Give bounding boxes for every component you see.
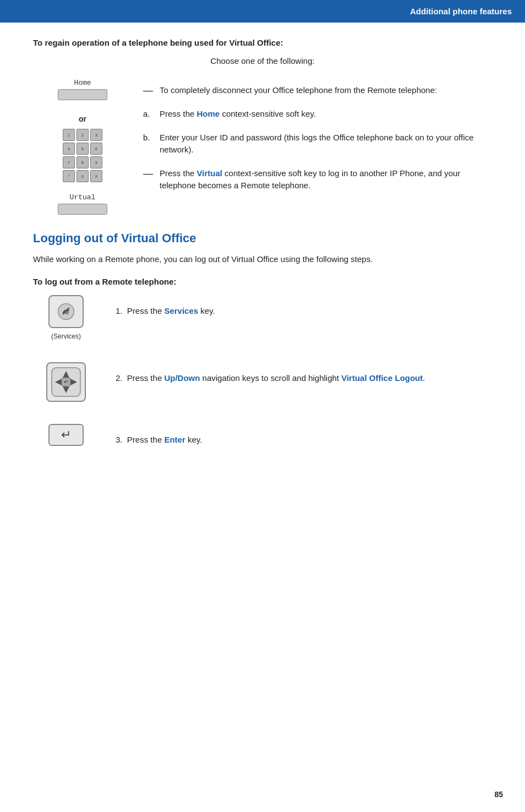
step-a: a. Press the Home context-sensitive soft… bbox=[143, 108, 492, 121]
phone-images: Home or 1 2 3 4 5 6 7 8 9 * 0 # Urtual bbox=[33, 79, 132, 215]
services-key-icon bbox=[48, 295, 84, 328]
updown-highlight: Up/Down bbox=[164, 373, 200, 383]
step3-text: 3. Press the Enter key. bbox=[116, 424, 492, 446]
key-2: 2 bbox=[76, 129, 89, 141]
nav-icon-area: ↵ bbox=[33, 362, 99, 402]
services-text-highlight: Services bbox=[164, 306, 198, 315]
step-text-b: Enter your User ID and password (this lo… bbox=[160, 132, 492, 156]
step-b: b. Enter your User ID and password (this… bbox=[143, 132, 492, 156]
services-icon-area: (Services) bbox=[33, 295, 99, 340]
step-text-virtual: Press the Virtual context-sensitive soft… bbox=[160, 167, 492, 192]
section1-heading: To regain operation of a telephone being… bbox=[33, 38, 492, 47]
key-8: 8 bbox=[76, 156, 89, 168]
page-number: 85 bbox=[494, 790, 503, 799]
key-4: 4 bbox=[63, 143, 75, 155]
virtual-button-image bbox=[58, 204, 107, 215]
home-button-image bbox=[58, 89, 107, 100]
section2-subheading: To log out from a Remote telephone: bbox=[33, 277, 492, 286]
section2-title: Logging out of Virtual Office bbox=[33, 231, 492, 246]
vo-logout-highlight: Virtual Office Logout bbox=[341, 373, 423, 383]
step1-text: 1. Press the Services key. bbox=[116, 295, 492, 318]
virtual-label: Urtual bbox=[70, 193, 96, 201]
step2-text: 2. Press the Up/Down navigation keys to … bbox=[116, 362, 492, 385]
choose-text: Choose one of the following: bbox=[33, 56, 492, 66]
key-hash: # bbox=[90, 170, 102, 182]
steps-list: — To completely disconnect your Office t… bbox=[143, 79, 492, 215]
enter-key-icon: ↵ bbox=[48, 424, 84, 446]
instruction-row-2: ↵ 2. Press the Up/Down navigation keys t… bbox=[33, 362, 492, 402]
section2-body: While working on a Remote phone, you can… bbox=[33, 253, 492, 266]
key-1: 1 bbox=[63, 129, 75, 141]
nav-key-icon: ↵ bbox=[46, 362, 86, 402]
step-marker-b: b. bbox=[143, 132, 153, 156]
key-0: 0 bbox=[76, 170, 89, 182]
phone-steps-area: Home or 1 2 3 4 5 6 7 8 9 * 0 # Urtual bbox=[33, 79, 492, 215]
step-disconnect: — To completely disconnect your Office t… bbox=[143, 84, 492, 97]
services-svg bbox=[56, 302, 76, 321]
step-dash-1: — bbox=[143, 84, 153, 97]
key-3: 3 bbox=[90, 129, 102, 141]
home-label: Home bbox=[74, 79, 91, 87]
instruction-row-3: ↵ 3. Press the Enter key. bbox=[33, 424, 492, 446]
main-content: To regain operation of a telephone being… bbox=[0, 23, 525, 501]
header-bar: Additional phone features bbox=[0, 0, 525, 23]
svg-point-1 bbox=[65, 311, 68, 314]
enter-highlight: Enter bbox=[164, 435, 185, 444]
step-dash-2: — bbox=[143, 167, 153, 192]
enter-icon-area: ↵ bbox=[33, 424, 99, 446]
step-virtual: — Press the Virtual context-sensitive so… bbox=[143, 167, 492, 192]
services-icon-label: (Services) bbox=[51, 333, 81, 340]
key-5: 5 bbox=[76, 143, 89, 155]
header-title: Additional phone features bbox=[410, 7, 512, 16]
virtual-highlight: Virtual bbox=[197, 168, 222, 178]
key-7: 7 bbox=[63, 156, 75, 168]
step-text-a: Press the Home context-sensitive soft ke… bbox=[160, 108, 316, 121]
home-highlight: Home bbox=[197, 109, 220, 118]
or-label: or bbox=[79, 115, 86, 123]
step3-number: 3. bbox=[116, 435, 127, 444]
keypad-grid: 1 2 3 4 5 6 7 8 9 * 0 # bbox=[63, 129, 102, 182]
key-star: * bbox=[63, 170, 75, 182]
key-9: 9 bbox=[90, 156, 102, 168]
step2-number: 2. bbox=[116, 373, 127, 383]
nav-svg: ↵ bbox=[50, 366, 83, 399]
instruction-row-1: (Services) 1. Press the Services key. bbox=[33, 295, 492, 340]
key-6: 6 bbox=[90, 143, 102, 155]
enter-arrow-symbol: ↵ bbox=[61, 428, 71, 442]
step-marker-a: a. bbox=[143, 108, 153, 121]
svg-text:↵: ↵ bbox=[64, 379, 68, 385]
step-text-1: To completely disconnect your Office tel… bbox=[160, 84, 437, 97]
step1-number: 1. bbox=[116, 306, 127, 315]
